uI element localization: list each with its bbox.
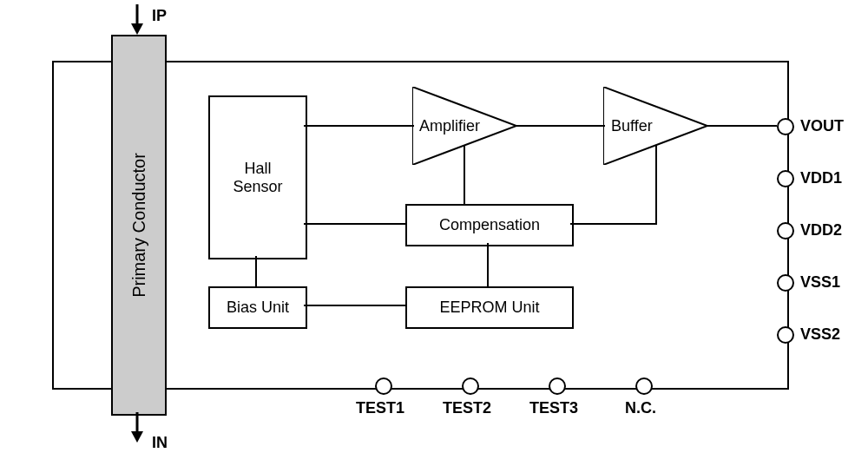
hall-sensor-block: Hall Sensor: [208, 95, 307, 259]
primary-conductor-label: Primary Conductor: [129, 153, 149, 298]
eeprom-unit-block: EEPROM Unit: [405, 286, 574, 329]
vdd2-label: VDD2: [800, 221, 842, 240]
vdd1-label: VDD1: [800, 169, 842, 187]
in-label: IN: [152, 434, 168, 452]
compensation-block: Compensation: [405, 204, 574, 246]
wire: [706, 125, 777, 127]
test2-label: TEST2: [443, 399, 491, 417]
svg-marker-3: [131, 431, 143, 443]
eeprom-unit-label: EEPROM Unit: [439, 299, 539, 317]
wire: [487, 243, 489, 288]
test3-label: TEST3: [529, 399, 578, 417]
wire: [515, 125, 605, 127]
wire: [655, 146, 657, 225]
in-arrow-icon: [128, 412, 146, 445]
test2-pin: [462, 377, 479, 395]
wire: [304, 223, 407, 225]
compensation-label: Compensation: [439, 216, 540, 234]
bias-unit-block: Bias Unit: [208, 286, 307, 329]
vout-pin: [777, 118, 794, 135]
primary-conductor-block: Primary Conductor: [111, 35, 167, 416]
vss1-pin: [777, 274, 794, 292]
svg-marker-1: [131, 23, 143, 35]
nc-label: N.C.: [625, 399, 656, 417]
vss2-pin: [777, 326, 794, 344]
amplifier-label: Amplifier: [419, 117, 480, 135]
wire: [304, 305, 407, 306]
test1-pin: [375, 377, 392, 395]
bias-unit-label: Bias Unit: [227, 299, 289, 317]
wire: [255, 256, 257, 288]
test1-label: TEST1: [356, 399, 404, 417]
ip-arrow-icon: [128, 4, 146, 37]
wire: [570, 223, 657, 225]
ip-label: IP: [152, 7, 167, 25]
vdd2-pin: [777, 222, 794, 240]
wire: [464, 146, 465, 206]
vdd1-pin: [777, 170, 794, 187]
buffer-label: Buffer: [611, 117, 653, 135]
hall-sensor-label: Hall Sensor: [233, 160, 282, 196]
nc-pin: [635, 377, 653, 395]
block-diagram: Primary Conductor IP IN Hall Sensor Comp…: [0, 0, 868, 466]
vout-label: VOUT: [800, 117, 844, 135]
test3-pin: [549, 377, 566, 395]
vss1-label: VSS1: [800, 273, 840, 292]
vss2-label: VSS2: [800, 325, 840, 344]
wire: [304, 125, 414, 127]
